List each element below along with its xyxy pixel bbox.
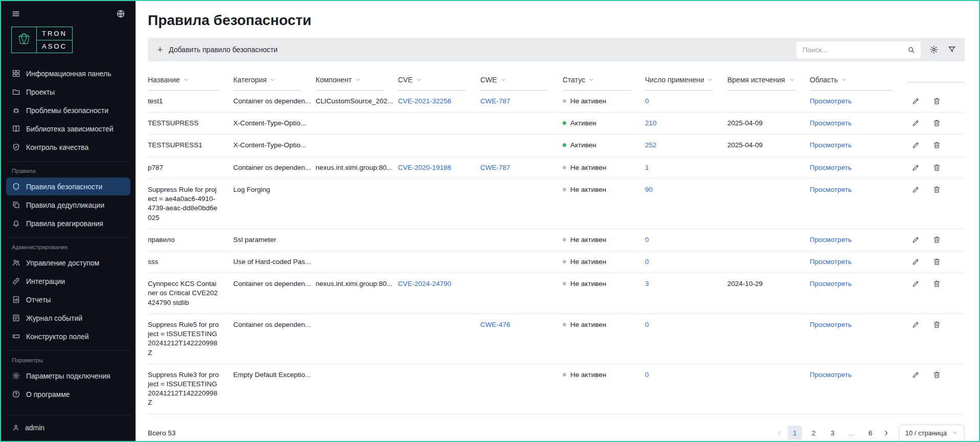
filter-funnel-icon[interactable] <box>947 45 956 54</box>
apply-count-link[interactable]: 210 <box>645 119 657 127</box>
next-page-chevron-icon[interactable] <box>882 429 890 437</box>
edit-pencil-icon[interactable] <box>911 97 920 106</box>
edit-pencil-icon[interactable] <box>911 163 920 172</box>
view-scope-link[interactable]: Просмотреть <box>810 97 852 105</box>
edit-pencil-icon[interactable] <box>911 141 920 150</box>
table-row: Suppress Rule5 for project = ISSUETESTIN… <box>148 314 965 364</box>
sidebar-item-integrations[interactable]: Интеграции <box>6 272 130 290</box>
apply-count-link[interactable]: 0 <box>645 97 649 105</box>
user-menu[interactable]: admin <box>6 415 130 441</box>
delete-trash-icon[interactable] <box>932 235 941 245</box>
component-cell: CLICustomSource_202... <box>316 91 398 112</box>
cve-link[interactable]: CVE-2024-24790 <box>398 280 451 288</box>
page-button-2[interactable]: 2 <box>807 426 821 440</box>
cwe-link[interactable]: CWE-787 <box>480 164 510 171</box>
rule-name-cell: TESTSUPRESS <box>148 113 233 134</box>
add-security-rule-button[interactable]: Добавить правило безопасности <box>156 46 278 54</box>
column-header-cve[interactable]: CVE <box>398 71 480 91</box>
column-header-scope[interactable]: Область <box>810 71 907 91</box>
prev-page-chevron-icon[interactable] <box>775 429 783 437</box>
table-settings-gear-icon[interactable] <box>929 45 939 54</box>
edit-pencil-icon[interactable] <box>911 370 920 408</box>
column-header-cwe[interactable]: CWE <box>480 71 563 91</box>
column-header-component[interactable]: Компонент <box>316 71 398 91</box>
apply-count-link[interactable]: 0 <box>645 371 649 379</box>
status-label: Не активен <box>570 163 606 172</box>
apply-count-link[interactable]: 1 <box>645 164 649 171</box>
column-header-category[interactable]: Категория <box>233 71 316 91</box>
apply-count-link[interactable]: 252 <box>645 141 657 149</box>
view-scope-link[interactable]: Просмотреть <box>810 258 852 266</box>
chevron-down-icon <box>500 77 506 83</box>
delete-trash-icon[interactable] <box>932 163 941 172</box>
sidebar-item-reports[interactable]: Отчеты <box>6 291 130 308</box>
edit-pencil-icon[interactable] <box>911 185 920 223</box>
view-scope-link[interactable]: Просмотреть <box>810 141 852 149</box>
sidebar-item-dependency-library[interactable]: Библиотека зависимостей <box>6 120 130 138</box>
apply-count-link[interactable]: 0 <box>645 321 649 328</box>
column-header-expiry[interactable]: Время истечения с... <box>727 71 810 91</box>
total-count: Всего 53 <box>148 429 175 437</box>
cwe-link[interactable]: CWE-476 <box>480 321 510 328</box>
sidebar-item-dedup-rules[interactable]: Правила дедупликации <box>6 196 130 214</box>
edit-pencil-icon[interactable] <box>911 279 920 307</box>
delete-trash-icon[interactable] <box>932 141 941 150</box>
delete-trash-icon[interactable] <box>932 279 941 307</box>
table-row: test1 Container os dependen... CLICustom… <box>148 91 965 113</box>
column-header-apply-count[interactable]: Число применений <box>645 71 727 91</box>
cve-link[interactable]: CVE-2020-19186 <box>398 164 451 171</box>
delete-trash-icon[interactable] <box>932 257 941 267</box>
table-header-row: Название Категория Компонент CVE CWE Ста… <box>148 71 965 91</box>
view-scope-link[interactable]: Просмотреть <box>810 371 852 379</box>
delete-trash-icon[interactable] <box>932 119 941 128</box>
apply-count-link[interactable]: 3 <box>645 280 649 288</box>
edit-pencil-icon[interactable] <box>911 257 920 267</box>
column-header-name[interactable]: Название <box>148 71 233 91</box>
cwe-link[interactable]: CWE-787 <box>480 97 510 105</box>
status-cell: Не активен <box>563 364 645 414</box>
apply-count-link[interactable]: 0 <box>645 258 649 266</box>
category-cell: Log Forging <box>233 179 316 229</box>
delete-trash-icon[interactable] <box>932 185 941 223</box>
status-dot <box>563 143 566 147</box>
column-header-status[interactable]: Статус <box>563 71 645 91</box>
sidebar-item-projects[interactable]: Проекты <box>6 83 130 101</box>
delete-trash-icon[interactable] <box>932 370 941 408</box>
sidebar-item-security-rules[interactable]: Правила безопасности <box>6 178 130 195</box>
sidebar-item-security-issues[interactable]: Проблемы безопасности <box>6 101 130 119</box>
page-button-6[interactable]: 6 <box>863 426 878 440</box>
sidebar-item-event-log[interactable]: Журнал событий <box>6 309 130 327</box>
sidebar-item-label: Проблемы безопасности <box>26 106 108 115</box>
apply-count-link[interactable]: 90 <box>645 186 653 193</box>
delete-trash-icon[interactable] <box>932 97 941 106</box>
edit-pencil-icon[interactable] <box>911 119 920 128</box>
sidebar-item-field-builder[interactable]: Конструктор полей <box>6 327 130 345</box>
search-input[interactable] <box>803 46 907 54</box>
view-scope-link[interactable]: Просмотреть <box>810 321 852 328</box>
sidebar-item-dashboard[interactable]: Информационная панель <box>6 64 130 82</box>
view-scope-link[interactable]: Просмотреть <box>810 164 852 171</box>
page-button-1[interactable]: 1 <box>788 426 802 440</box>
page-button-3[interactable]: 3 <box>826 426 840 440</box>
sidebar-item-access-management[interactable]: Управление доступом <box>6 254 130 272</box>
sidebar-item-quality-control[interactable]: Контроль качества <box>6 138 130 156</box>
menu-hamburger-icon[interactable] <box>11 9 20 18</box>
cve-cell <box>398 229 480 251</box>
page-size-select[interactable]: 10 / страница <box>899 425 965 441</box>
cve-link[interactable]: CVE-2021-32256 <box>398 97 451 105</box>
apply-count-cell: 3 <box>645 273 727 314</box>
view-scope-link[interactable]: Просмотреть <box>810 186 852 193</box>
view-scope-link[interactable]: Просмотреть <box>810 280 852 288</box>
delete-trash-icon[interactable] <box>932 320 941 358</box>
apply-count-link[interactable]: 0 <box>645 236 649 244</box>
language-globe-icon[interactable] <box>116 9 125 18</box>
edit-pencil-icon[interactable] <box>911 320 920 358</box>
view-scope-link[interactable]: Просмотреть <box>810 236 852 244</box>
sidebar-item-connection-params[interactable]: Параметры подключения <box>6 367 130 385</box>
sidebar-item-about[interactable]: О программе <box>6 385 130 403</box>
security-rules-table: Название Категория Компонент CVE CWE Ста… <box>148 71 965 414</box>
search-icon[interactable] <box>907 46 916 54</box>
edit-pencil-icon[interactable] <box>911 235 920 245</box>
view-scope-link[interactable]: Просмотреть <box>810 119 852 127</box>
sidebar-item-reaction-rules[interactable]: Правила реагирования <box>6 214 130 232</box>
